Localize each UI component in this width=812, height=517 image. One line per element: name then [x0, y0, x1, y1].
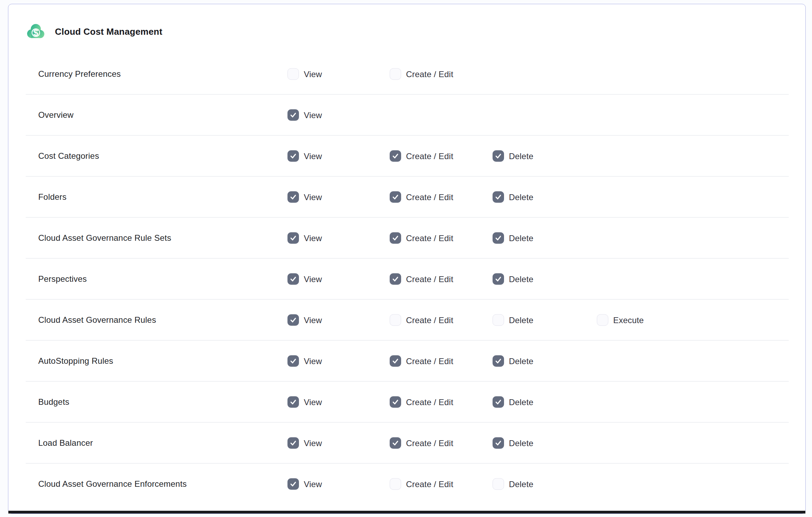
permission-cell-view[interactable]: View — [287, 437, 322, 449]
permission-row-cloud-asset-governance-rules: Cloud Asset Governance Rules View Create… — [8, 299, 805, 340]
permission-cell-delete[interactable]: Delete — [493, 314, 534, 326]
permission-cell-create-edit[interactable]: Create / Edit — [390, 68, 453, 80]
permission-cell-delete[interactable]: Delete — [493, 150, 534, 162]
permission-cell-create-edit[interactable]: Create / Edit — [390, 232, 453, 244]
permission-rows: Currency Preferences View Create / Edit … — [8, 54, 805, 504]
permission-cell-create-edit[interactable]: Create / Edit — [390, 355, 453, 367]
permission-cell-create-edit[interactable]: Create / Edit — [390, 396, 453, 408]
checkbox-create-edit-checked[interactable] — [390, 191, 401, 203]
checkbox-view-checked[interactable] — [287, 232, 299, 244]
checkbox-view-checked[interactable] — [287, 478, 299, 490]
permission-row-budgets: Budgets View Create / Edit Delete — [8, 381, 805, 422]
checkbox-delete-checked[interactable] — [493, 232, 504, 244]
checkbox-create-edit-checked[interactable] — [390, 232, 401, 244]
permission-cell-create-edit[interactable]: Create / Edit — [390, 273, 453, 285]
permission-cell-view[interactable]: View — [287, 232, 322, 244]
checkbox-delete-checked[interactable] — [493, 437, 504, 449]
checkbox-create-edit-unchecked[interactable] — [390, 68, 401, 80]
permission-cell-delete[interactable]: Delete — [493, 396, 534, 408]
checkmark-icon — [392, 276, 399, 283]
permission-cell-view[interactable]: View — [287, 396, 322, 408]
permission-cell-view[interactable]: View — [287, 273, 322, 285]
checkmark-icon — [495, 358, 502, 365]
checkbox-delete-checked[interactable] — [493, 150, 504, 162]
permission-label: Create / Edit — [406, 151, 453, 161]
permission-label: Delete — [509, 233, 534, 243]
checkbox-delete-checked[interactable] — [493, 396, 504, 408]
permission-cell-create-edit[interactable]: Create / Edit — [390, 478, 453, 490]
checkmark-icon — [290, 440, 297, 447]
checkbox-create-edit-unchecked[interactable] — [390, 314, 401, 326]
checkbox-create-edit-checked[interactable] — [390, 150, 401, 162]
permission-label: Create / Edit — [406, 274, 453, 284]
checkmark-icon — [495, 153, 502, 160]
checkbox-view-checked[interactable] — [287, 150, 299, 162]
checkbox-delete-unchecked[interactable] — [493, 478, 504, 490]
checkbox-view-checked[interactable] — [287, 273, 299, 285]
permission-label: Delete — [509, 315, 534, 325]
checkmark-icon — [392, 153, 399, 160]
checkbox-create-edit-checked[interactable] — [390, 273, 401, 285]
permission-label: Delete — [509, 479, 534, 489]
permission-cell-view[interactable]: View — [287, 109, 322, 121]
checkbox-create-edit-checked[interactable] — [390, 437, 401, 449]
checkmark-icon — [290, 481, 297, 488]
permission-cell-create-edit[interactable]: Create / Edit — [390, 191, 453, 203]
checkmark-icon — [495, 276, 502, 283]
permission-label: Create / Edit — [406, 192, 453, 202]
permission-cell-view[interactable]: View — [287, 68, 322, 80]
resource-label: Cost Categories — [38, 151, 99, 161]
permission-label: Create / Edit — [406, 233, 453, 243]
checkbox-view-checked[interactable] — [287, 396, 299, 408]
checkmark-icon — [392, 440, 399, 447]
permission-cell-create-edit[interactable]: Create / Edit — [390, 437, 453, 449]
resource-label: Currency Preferences — [38, 69, 121, 79]
checkbox-create-edit-checked[interactable] — [390, 355, 401, 367]
permission-cell-delete[interactable]: Delete — [493, 355, 534, 367]
checkbox-view-checked[interactable] — [287, 355, 299, 367]
permission-cell-delete[interactable]: Delete — [493, 232, 534, 244]
panel-title: Cloud Cost Management — [55, 26, 162, 37]
permission-cell-execute[interactable]: Execute — [597, 314, 644, 326]
checkbox-create-edit-checked[interactable] — [390, 396, 401, 408]
checkbox-delete-checked[interactable] — [493, 191, 504, 203]
checkmark-icon — [495, 235, 502, 242]
checkmark-icon — [495, 194, 502, 201]
permission-label: Delete — [509, 438, 534, 448]
permission-cell-view[interactable]: View — [287, 478, 322, 490]
permission-label: View — [304, 315, 322, 325]
permission-cell-view[interactable]: View — [287, 150, 322, 162]
permission-cell-create-edit[interactable]: Create / Edit — [390, 150, 453, 162]
checkmark-icon — [290, 317, 297, 324]
permission-label: Delete — [509, 192, 534, 202]
permission-cell-delete[interactable]: Delete — [493, 478, 534, 490]
permission-cell-delete[interactable]: Delete — [493, 191, 534, 203]
checkmark-icon — [495, 440, 502, 447]
permission-label: Create / Edit — [406, 315, 453, 325]
permission-label: Create / Edit — [406, 397, 453, 407]
permission-label: Delete — [509, 356, 534, 366]
permission-label: View — [304, 151, 322, 161]
checkbox-view-checked[interactable] — [287, 191, 299, 203]
checkbox-delete-checked[interactable] — [493, 273, 504, 285]
permission-cell-view[interactable]: View — [287, 314, 322, 326]
checkbox-view-checked[interactable] — [287, 109, 299, 121]
checkbox-view-checked[interactable] — [287, 314, 299, 326]
checkmark-icon — [290, 358, 297, 365]
checkbox-execute-unchecked[interactable] — [597, 314, 608, 326]
permission-row-autostopping-rules: AutoStopping Rules View Create / Edit De… — [8, 340, 805, 381]
checkbox-view-unchecked[interactable] — [287, 68, 299, 80]
checkbox-view-checked[interactable] — [287, 437, 299, 449]
checkmark-icon — [392, 235, 399, 242]
checkbox-create-edit-unchecked[interactable] — [390, 478, 401, 490]
permission-cell-delete[interactable]: Delete — [493, 437, 534, 449]
permission-label: View — [304, 356, 322, 366]
permission-cell-view[interactable]: View — [287, 191, 322, 203]
checkbox-delete-unchecked[interactable] — [493, 314, 504, 326]
permission-cell-view[interactable]: View — [287, 355, 322, 367]
checkmark-icon — [392, 358, 399, 365]
permission-cell-delete[interactable]: Delete — [493, 273, 534, 285]
permission-cell-create-edit[interactable]: Create / Edit — [390, 314, 453, 326]
permission-label: View — [304, 479, 322, 489]
checkbox-delete-checked[interactable] — [493, 355, 504, 367]
